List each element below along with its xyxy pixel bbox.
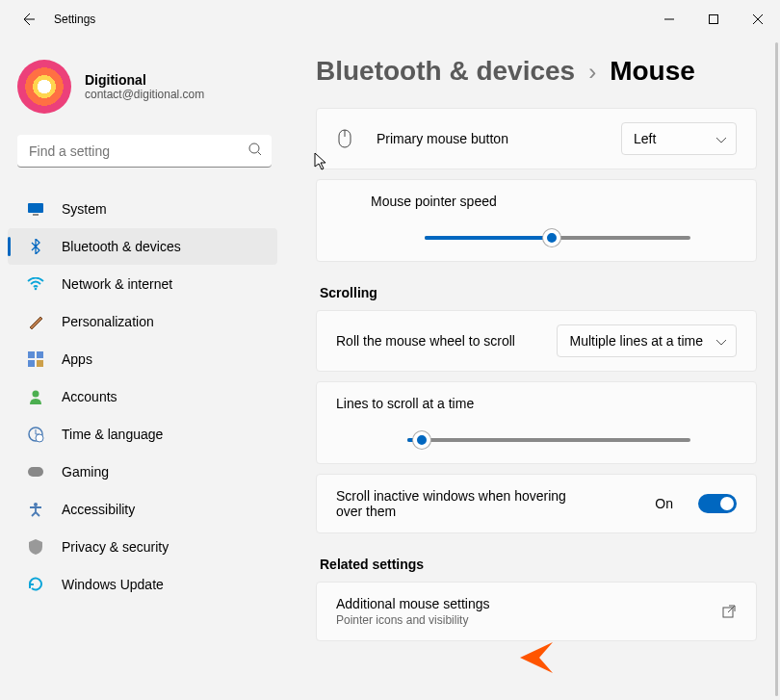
content-area: Bluetooth & devices › Mouse Primary mous… xyxy=(289,39,780,700)
nav-label: Apps xyxy=(62,351,92,367)
accessibility-icon xyxy=(27,501,44,518)
nav-accessibility[interactable]: Accessibility xyxy=(8,491,277,528)
svg-rect-16 xyxy=(28,467,43,477)
lines-to-scroll-slider[interactable] xyxy=(407,438,690,442)
maximize-button[interactable] xyxy=(691,4,736,35)
additional-settings-title: Additional mouse settings xyxy=(336,596,490,611)
svg-line-5 xyxy=(258,152,261,155)
page-title: Mouse xyxy=(610,56,695,87)
gamepad-icon xyxy=(27,463,44,480)
profile-block[interactable]: Digitional contact@digitional.com xyxy=(0,48,289,135)
nav-apps[interactable]: Apps xyxy=(8,341,277,377)
pointer-speed-card: Mouse pointer speed xyxy=(316,179,757,262)
primary-button-label: Primary mouse button xyxy=(377,131,508,146)
nav-label: Windows Update xyxy=(62,577,164,592)
search-icon xyxy=(248,143,262,160)
svg-rect-11 xyxy=(28,360,35,367)
svg-rect-12 xyxy=(37,360,43,367)
scrolling-heading: Scrolling xyxy=(320,285,757,300)
breadcrumb-parent[interactable]: Bluetooth & devices xyxy=(316,56,575,87)
nav-label: Accessibility xyxy=(62,502,135,517)
svg-rect-10 xyxy=(37,351,43,358)
additional-mouse-settings-card[interactable]: Additional mouse settings Pointer icons … xyxy=(316,582,757,641)
nav-label: Privacy & security xyxy=(62,539,169,555)
search-input[interactable] xyxy=(17,135,272,168)
nav-label: Time & language xyxy=(62,427,163,442)
nav-label: Gaming xyxy=(62,464,109,480)
scrollbar[interactable] xyxy=(775,42,778,696)
scroll-inactive-label: Scroll inactive windows when hovering ov… xyxy=(336,488,586,519)
sidebar: Digitional contact@digitional.com System… xyxy=(0,39,289,700)
scroll-inactive-card: Scroll inactive windows when hovering ov… xyxy=(316,474,757,533)
nav-windows-update[interactable]: Windows Update xyxy=(8,566,277,603)
svg-point-17 xyxy=(34,503,38,506)
additional-settings-subtitle: Pointer icons and visibility xyxy=(336,613,490,627)
mouse-icon xyxy=(336,130,353,147)
wheel-scroll-dropdown[interactable]: Multiple lines at a time xyxy=(557,324,737,357)
nav-gaming[interactable]: Gaming xyxy=(8,454,277,490)
breadcrumb: Bluetooth & devices › Mouse xyxy=(316,56,757,87)
brush-icon xyxy=(27,313,44,330)
nav-time-language[interactable]: Time & language xyxy=(8,416,277,453)
nav-privacy-security[interactable]: Privacy & security xyxy=(8,529,277,565)
slider-thumb[interactable] xyxy=(413,431,430,449)
search-box[interactable] xyxy=(17,135,272,168)
profile-name: Digitional xyxy=(85,72,204,88)
svg-point-15 xyxy=(36,434,43,442)
close-button[interactable] xyxy=(736,4,780,35)
clock-globe-icon xyxy=(27,426,44,443)
primary-button-dropdown[interactable]: Left xyxy=(621,122,737,155)
lines-to-scroll-card: Lines to scroll at a time xyxy=(316,381,757,464)
nav-accounts[interactable]: Accounts xyxy=(8,378,277,415)
wheel-scroll-card: Roll the mouse wheel to scroll Multiple … xyxy=(316,310,757,372)
chevron-down-icon xyxy=(716,333,726,349)
pointer-speed-label: Mouse pointer speed xyxy=(371,194,737,209)
lines-to-scroll-label: Lines to scroll at a time xyxy=(336,396,737,411)
svg-rect-7 xyxy=(33,214,39,216)
nav-label: System xyxy=(62,201,107,217)
nav-bluetooth-devices[interactable]: Bluetooth & devices xyxy=(8,228,277,265)
nav-label: Accounts xyxy=(62,389,117,404)
display-icon xyxy=(27,200,44,218)
pointer-speed-slider[interactable] xyxy=(425,236,690,240)
svg-point-8 xyxy=(35,288,38,291)
toggle-state-label: On xyxy=(655,496,673,511)
slider-thumb[interactable] xyxy=(543,229,560,246)
person-icon xyxy=(27,388,44,405)
related-heading: Related settings xyxy=(320,557,757,572)
nav-network[interactable]: Network & internet xyxy=(8,266,277,302)
avatar xyxy=(17,60,71,114)
bluetooth-icon xyxy=(27,238,44,255)
nav-personalization[interactable]: Personalization xyxy=(8,303,277,340)
dropdown-value: Left xyxy=(634,131,656,146)
nav-list: System Bluetooth & devices Network & int… xyxy=(0,191,289,603)
chevron-right-icon: › xyxy=(588,59,596,86)
profile-email: contact@digitional.com xyxy=(85,88,204,101)
svg-point-13 xyxy=(33,391,39,398)
window-title: Settings xyxy=(54,13,95,26)
wifi-icon xyxy=(27,275,44,293)
primary-button-card: Primary mouse button Left xyxy=(316,108,757,169)
open-external-icon xyxy=(721,604,737,619)
nav-label: Bluetooth & devices xyxy=(62,239,181,254)
nav-label: Personalization xyxy=(62,314,154,329)
chevron-down-icon xyxy=(716,131,726,146)
wheel-scroll-label: Roll the mouse wheel to scroll xyxy=(336,333,515,349)
apps-icon xyxy=(27,350,44,368)
svg-rect-9 xyxy=(28,351,35,358)
svg-rect-1 xyxy=(710,15,718,24)
shield-icon xyxy=(27,538,44,556)
dropdown-value: Multiple lines at a time xyxy=(569,333,703,349)
update-icon xyxy=(27,576,44,593)
nav-system[interactable]: System xyxy=(8,191,277,227)
back-button[interactable] xyxy=(13,5,42,34)
svg-rect-6 xyxy=(28,203,43,213)
svg-point-4 xyxy=(249,143,259,153)
minimize-button[interactable] xyxy=(647,4,691,35)
nav-label: Network & internet xyxy=(62,276,172,292)
scroll-inactive-toggle[interactable] xyxy=(698,494,737,513)
